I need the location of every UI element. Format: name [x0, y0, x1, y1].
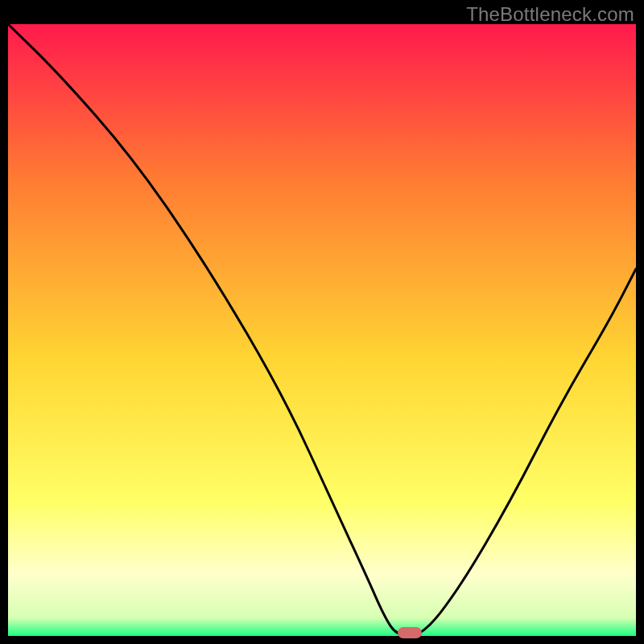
plot-area — [8, 24, 636, 636]
watermark-text: TheBottleneck.com — [466, 3, 634, 26]
chart-frame — [8, 24, 636, 636]
optimal-marker — [398, 627, 422, 638]
bottleneck-curve — [8, 24, 636, 636]
